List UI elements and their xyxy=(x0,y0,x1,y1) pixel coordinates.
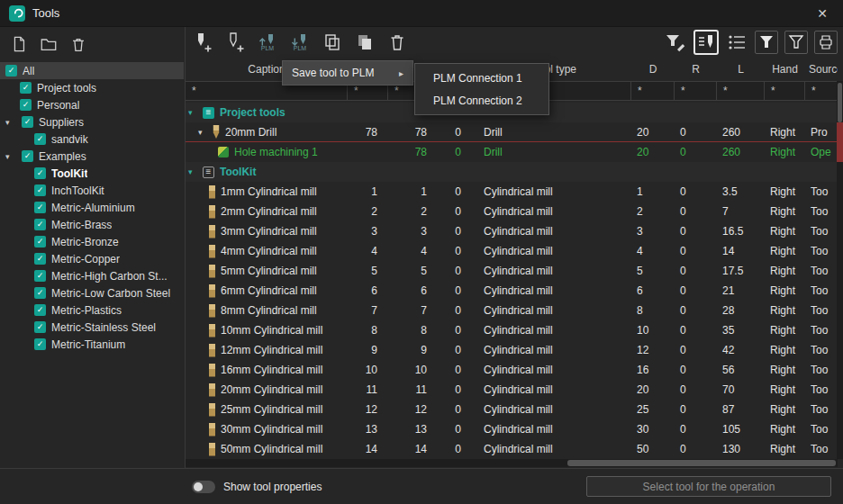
sidebar-item-project-tools[interactable]: Project tools xyxy=(0,79,184,96)
checkbox-all[interactable] xyxy=(5,65,17,76)
filter-cell-source[interactable]: * xyxy=(805,82,838,100)
vertical-scrollbar[interactable] xyxy=(837,81,843,459)
tool-row-4mm-cylindrical-mill[interactable]: 4mm Cylindrical mill440Cylindrical mill4… xyxy=(186,241,838,261)
copy-tool-button[interactable] xyxy=(321,30,344,55)
tool-row-30mm-cylindrical-mill[interactable]: 30mm Cylindrical mill13130Cylindrical mi… xyxy=(186,419,838,439)
view-options-button[interactable] xyxy=(725,30,748,55)
filter-cell-l[interactable]: * xyxy=(717,82,765,100)
row-expand-arrow-icon[interactable]: ▾ xyxy=(188,167,197,176)
tool-row-20mm-cylindrical-mill[interactable]: 20mm Cylindrical mill11110Cylindrical mi… xyxy=(186,380,838,400)
funnel-icon xyxy=(758,34,775,50)
tool-row-1mm-cylindrical-mill[interactable]: 1mm Cylindrical mill110Cylindrical mill1… xyxy=(186,182,838,202)
load-tool-from-plm-button[interactable]: PLM xyxy=(288,30,312,55)
sidebar-item-personal[interactable]: Personal xyxy=(0,96,184,113)
new-tool-assembly-button[interactable] xyxy=(223,30,247,55)
checkbox-personal[interactable] xyxy=(20,99,32,111)
sidebar-item-suppliers[interactable]: ▾Suppliers xyxy=(0,113,184,130)
new-tool-button[interactable] xyxy=(191,30,214,55)
delete-library-button[interactable] xyxy=(68,34,88,54)
new-library-button[interactable] xyxy=(9,34,29,54)
checkbox-toolkit[interactable] xyxy=(34,167,46,179)
tool-row-6mm-cylindrical-mill[interactable]: 6mm Cylindrical mill660Cylindrical mill6… xyxy=(186,281,838,301)
column-header-source[interactable]: Source xyxy=(805,63,838,76)
tool-row-10mm-cylindrical-mill[interactable]: 10mm Cylindrical mill880Cylindrical mill… xyxy=(186,320,838,340)
checkbox-examples[interactable] xyxy=(22,150,33,162)
sidebar-item-metric-aluminium[interactable]: Metric-Aluminium xyxy=(0,199,184,216)
sidebar-item-all[interactable]: All xyxy=(0,62,184,79)
menu-item-plm-connection-2[interactable]: PLM Connection 2 xyxy=(415,89,548,112)
checkbox-metric-low-carbon-steel[interactable] xyxy=(34,287,46,299)
tool-row-25mm-cylindrical-mill[interactable]: 25mm Cylindrical mill12120Cylindrical mi… xyxy=(186,400,838,419)
column-header-r[interactable]: R xyxy=(675,63,717,76)
column-header-d[interactable]: D xyxy=(631,63,675,76)
show-tool-properties-toggle[interactable] xyxy=(192,481,215,493)
row-caption-label: 20mm Drill xyxy=(225,126,276,139)
tool-row-3mm-cylindrical-mill[interactable]: 3mm Cylindrical mill330Cylindrical mill3… xyxy=(186,221,838,241)
sidebar-item-metric-copper[interactable]: Metric-Copper xyxy=(0,250,184,267)
plm-label: PLM xyxy=(261,45,274,51)
group-row-toolkit[interactable]: ▾ToolKit xyxy=(186,162,838,182)
checkbox-metric-copper[interactable] xyxy=(34,253,46,265)
tool-row-50mm-cylindrical-mill[interactable]: 50mm Cylindrical mill14140Cylindrical mi… xyxy=(186,439,838,459)
sidebar-item-metric-stainless-steel[interactable]: Metric-Stainless Steel xyxy=(0,319,184,336)
edit-filter-button[interactable] xyxy=(664,30,687,55)
checkbox-metric-bronze[interactable] xyxy=(34,236,46,248)
column-header-l[interactable]: L xyxy=(717,63,765,76)
checkbox-metric-high-carbon-st[interactable] xyxy=(34,270,46,282)
checkbox-metric-stainless-steel[interactable] xyxy=(34,321,46,333)
hand-cell: Right xyxy=(765,443,805,455)
sidebar-item-metric-titanium[interactable]: Metric-Titanium xyxy=(0,336,184,353)
n3-cell: 0 xyxy=(438,126,478,139)
checkbox-metric-aluminium[interactable] xyxy=(34,202,46,213)
row-expand-arrow-icon[interactable]: ▾ xyxy=(198,128,207,137)
filter-cell-d[interactable]: * xyxy=(631,82,675,100)
vertical-scrollbar-thumb[interactable] xyxy=(838,83,842,122)
open-library-button[interactable] xyxy=(39,34,59,54)
sidebar-item-metric-low-carbon-steel[interactable]: Metric-Low Carbon Steel xyxy=(0,284,184,302)
filter-button[interactable] xyxy=(755,31,778,54)
menu-item-save-tool-to-plm[interactable]: Save tool to PLM ▸ xyxy=(283,61,412,85)
sidebar-item-examples[interactable]: ▾Examples xyxy=(0,148,184,165)
tree-expand-arrow-icon[interactable]: ▾ xyxy=(5,152,16,161)
sidebar-item-toolkit[interactable]: ToolKit xyxy=(0,165,184,182)
tool-row-hole-machining-1[interactable]: Hole machining 1780Drill200260RightOpe xyxy=(186,142,838,162)
filter-by-operation-button[interactable] xyxy=(784,31,808,54)
close-icon[interactable]: ✕ xyxy=(811,2,834,25)
sidebar-item-metric-high-carbon-st[interactable]: Metric-High Carbon St... xyxy=(0,267,184,284)
print-tools-button[interactable] xyxy=(814,31,838,54)
column-header-hand[interactable]: Hand xyxy=(765,63,805,76)
tool-row-20mm-drill[interactable]: ▾20mm Drill78780Drill200260RightPro xyxy=(186,122,838,142)
tree-expand-arrow-icon[interactable]: ▾ xyxy=(5,118,16,127)
tool-row-5mm-cylindrical-mill[interactable]: 5mm Cylindrical mill550Cylindrical mill5… xyxy=(186,261,838,281)
delete-tool-button[interactable] xyxy=(385,30,409,55)
sidebar-item-sandvik[interactable]: sandvik xyxy=(0,130,184,148)
checkbox-metric-brass[interactable] xyxy=(34,219,46,230)
menu-item-plm-connection-1[interactable]: PLM Connection 1 xyxy=(415,67,548,89)
row-caption-label: 30mm Cylindrical mill xyxy=(221,423,322,436)
tool_type-cell: Cylindrical mill xyxy=(478,383,631,396)
sidebar-item-metric-brass[interactable]: Metric-Brass xyxy=(0,216,184,233)
horizontal-scrollbar-thumb[interactable] xyxy=(567,460,836,466)
checkbox-project-tools[interactable] xyxy=(20,82,32,94)
filter-cell-r[interactable]: * xyxy=(675,82,717,100)
open-folder-icon xyxy=(40,35,58,53)
tool-properties-toggle-button[interactable] xyxy=(693,30,719,55)
tool-row-8mm-cylindrical-mill[interactable]: 8mm Cylindrical mill770Cylindrical mill8… xyxy=(186,301,838,320)
row-expand-arrow-icon[interactable]: ▾ xyxy=(188,108,197,117)
tool-row-2mm-cylindrical-mill[interactable]: 2mm Cylindrical mill220Cylindrical mill2… xyxy=(186,202,838,221)
sidebar-item-inchtoolkit[interactable]: InchToolKit xyxy=(0,182,184,199)
sidebar-item-metric-plastics[interactable]: Metric-Plastics xyxy=(0,302,184,319)
select-tool-button[interactable]: Select tool for the operation xyxy=(586,476,831,497)
tool-row-16mm-cylindrical-mill[interactable]: 16mm Cylindrical mill10100Cylindrical mi… xyxy=(186,360,838,380)
filter-cell-hand[interactable]: * xyxy=(765,82,805,100)
checkbox-inchtoolkit[interactable] xyxy=(34,184,46,196)
paste-tool-button[interactable] xyxy=(353,30,376,55)
checkbox-metric-titanium[interactable] xyxy=(34,338,46,350)
checkbox-sandvik[interactable] xyxy=(34,133,46,145)
checkbox-suppliers[interactable] xyxy=(22,116,33,128)
sidebar-item-metric-bronze[interactable]: Metric-Bronze xyxy=(0,233,184,250)
save-tool-to-plm-button[interactable]: PLM xyxy=(256,30,279,55)
checkbox-metric-plastics[interactable] xyxy=(34,304,46,316)
horizontal-scrollbar[interactable] xyxy=(186,459,838,467)
tool-row-12mm-cylindrical-mill[interactable]: 12mm Cylindrical mill990Cylindrical mill… xyxy=(186,340,838,360)
